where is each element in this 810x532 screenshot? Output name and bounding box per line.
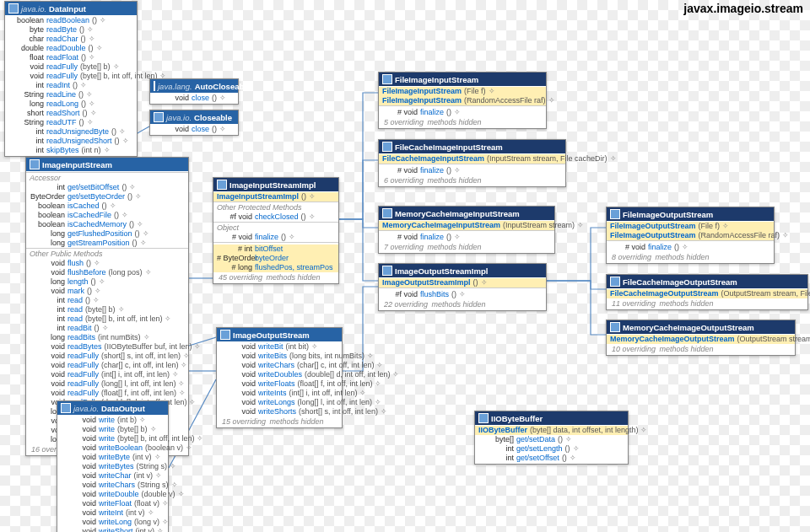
member-name[interactable]: readLine xyxy=(46,90,76,99)
constructor-name[interactable]: ImageOutputStreamImpl xyxy=(382,278,471,287)
member-name[interactable]: skipBytes xyxy=(46,146,79,155)
member-name[interactable]: length xyxy=(68,277,89,287)
member-name[interactable]: read xyxy=(68,314,83,324)
member-name[interactable]: writeFloats xyxy=(258,379,295,389)
class-header[interactable]: java.lang.AutoCloseable xyxy=(150,79,238,93)
member-name[interactable]: checkClosed xyxy=(255,212,299,222)
class-header[interactable]: MemoryCacheImageOutputStream xyxy=(607,320,795,334)
member-name[interactable]: writeBit xyxy=(258,342,284,352)
member-name[interactable]: writeBoolean xyxy=(99,443,143,453)
member-name[interactable]: writeInt xyxy=(99,508,123,518)
member-name[interactable]: readBits xyxy=(68,333,95,342)
member-row: int read () ✧ xyxy=(26,296,188,305)
class-header[interactable]: ImageInputStream xyxy=(26,158,188,171)
member-name[interactable]: write xyxy=(99,425,115,434)
member-name[interactable]: get/setData xyxy=(516,435,555,444)
member-name[interactable]: writeBytes xyxy=(99,462,134,471)
member-name[interactable]: readDouble xyxy=(46,44,86,53)
member-name[interactable]: get/setLength xyxy=(516,444,563,454)
class-header[interactable]: ImageInputStreamImpl xyxy=(213,178,338,191)
member-name[interactable]: finalize xyxy=(648,243,672,252)
member-name[interactable]: mark xyxy=(68,287,84,296)
member-name[interactable]: get/setBitOffset xyxy=(68,183,119,192)
member-name[interactable]: close xyxy=(192,94,209,103)
constructor-name[interactable]: FileCacheImageOutputStream xyxy=(610,289,719,298)
member-name[interactable]: readFloat xyxy=(46,53,78,62)
member-name[interactable]: readFully xyxy=(68,361,99,370)
member-name[interactable]: writeBits xyxy=(258,352,287,361)
member-name[interactable]: flushBits xyxy=(420,290,449,299)
member-name[interactable]: writeByte xyxy=(99,453,130,462)
class-header[interactable]: java.io.Closeable xyxy=(150,110,238,124)
member-name[interactable]: writeInts xyxy=(258,389,287,398)
class-header[interactable]: IIOByteBuffer xyxy=(475,411,628,425)
member-name[interactable]: isCachedFile xyxy=(68,211,111,220)
member-name[interactable]: write xyxy=(99,434,115,443)
member-name[interactable]: getStreamPosition xyxy=(68,239,130,248)
class-header[interactable]: FileCacheImageInputStream xyxy=(379,140,565,153)
member-name[interactable]: writeDoubles xyxy=(258,370,302,379)
member-name[interactable]: getFlushedPosition xyxy=(68,229,132,239)
class-header[interactable]: FileCacheImageOutputStream xyxy=(607,275,807,288)
member-name[interactable]: writeChars xyxy=(99,481,135,490)
member-name[interactable]: writeDouble xyxy=(99,490,139,499)
member-name[interactable]: readInt xyxy=(46,81,70,90)
member-name[interactable]: readByte xyxy=(46,25,77,35)
member-name[interactable]: read xyxy=(68,305,83,314)
member-name[interactable]: write xyxy=(99,416,115,425)
constructor-name[interactable]: IIOByteBuffer xyxy=(478,426,527,435)
class-header[interactable]: ImageOutputStreamImpl xyxy=(379,264,546,277)
member-name[interactable]: readLong xyxy=(46,99,78,109)
member-name[interactable]: isCached xyxy=(68,202,100,211)
constructor-name[interactable]: FileImageOutputStream xyxy=(610,231,696,240)
member-name[interactable]: read xyxy=(68,296,83,305)
member-name[interactable]: finalize xyxy=(420,233,444,242)
field-name[interactable]: flushedPos, streamPos xyxy=(255,263,333,272)
member-name[interactable]: writeShorts xyxy=(258,407,296,416)
member-name[interactable]: readFully xyxy=(46,62,78,72)
class-header[interactable]: FileImageInputStream xyxy=(379,73,546,86)
member-name[interactable]: readShort xyxy=(46,109,80,118)
member-name[interactable]: readUnsignedByte xyxy=(46,127,109,137)
member-name[interactable]: readFully xyxy=(46,72,78,81)
member-name[interactable]: readFully xyxy=(68,370,99,379)
member-name[interactable]: get/setByteOrder xyxy=(68,192,125,202)
constructor-name[interactable]: FileImageInputStream xyxy=(382,96,462,105)
member-name[interactable]: writeShort xyxy=(99,527,133,532)
class-header[interactable]: MemoryCacheImageInputStream xyxy=(379,207,554,220)
constructor-name[interactable]: ImageInputStreamImpl xyxy=(217,192,299,202)
member-name[interactable]: finalize xyxy=(255,233,278,242)
member-name[interactable]: get/setOffset xyxy=(516,454,559,463)
member-name[interactable]: readBoolean xyxy=(46,16,89,25)
constructor-name[interactable]: FileCacheImageInputStream xyxy=(382,154,484,164)
member-name[interactable]: writeLongs xyxy=(258,398,295,407)
constructor-name[interactable]: FileImageOutputStream xyxy=(610,222,696,231)
member-name[interactable]: readBytes xyxy=(68,342,102,352)
field-name[interactable]: bitOffset xyxy=(255,245,283,254)
constructor-name[interactable]: MemoryCacheImageInputStream xyxy=(382,221,500,230)
member-name[interactable]: writeChars xyxy=(258,361,294,370)
member-name[interactable]: close xyxy=(192,125,209,134)
class-header[interactable]: java.io.DataOutput xyxy=(57,401,168,415)
member-name[interactable]: readUnsignedShort xyxy=(46,137,112,146)
member-name[interactable]: writeChar xyxy=(99,471,132,481)
member-name[interactable]: finalize xyxy=(420,108,444,117)
member-name[interactable]: readChar xyxy=(46,35,78,44)
class-header[interactable]: FileImageOutputStream xyxy=(607,207,774,221)
member-name[interactable]: readFully xyxy=(68,379,99,389)
member-name[interactable]: flush xyxy=(68,259,84,268)
field-name[interactable]: byteOrder xyxy=(255,254,289,263)
member-name[interactable]: finalize xyxy=(420,166,444,175)
member-name[interactable]: writeFloat xyxy=(99,499,132,508)
member-name[interactable]: readFully xyxy=(68,352,99,361)
class-header[interactable]: java.io.DataInput xyxy=(5,2,137,15)
member-name[interactable]: readBit xyxy=(68,324,92,333)
member-name[interactable]: isCachedMemory xyxy=(68,220,127,229)
class-header[interactable]: ImageOutputStream xyxy=(217,328,342,341)
member-name[interactable]: readUTF xyxy=(46,118,77,127)
member-name[interactable]: flushBefore xyxy=(68,268,106,277)
member-name[interactable]: readFully xyxy=(68,389,99,398)
constructor-name[interactable]: MemoryCacheImageOutputStream xyxy=(610,335,735,344)
member-name[interactable]: writeLong xyxy=(99,518,132,527)
constructor-name[interactable]: FileImageInputStream xyxy=(382,87,462,96)
